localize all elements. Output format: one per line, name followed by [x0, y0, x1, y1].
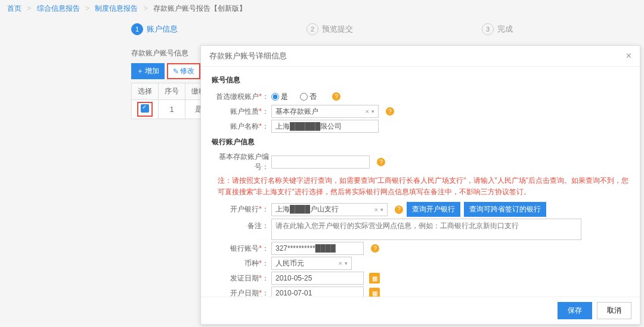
help-icon[interactable]: ?	[371, 244, 379, 253]
open-date-input[interactable]	[271, 286, 364, 297]
save-button[interactable]: 保存	[558, 302, 592, 319]
query-cross-province-button[interactable]: 查询可跨省签订的银行	[464, 202, 546, 217]
section-bank-info: 银行账户信息	[212, 135, 629, 150]
th-seq: 序号	[159, 83, 185, 100]
query-open-bank-button[interactable]: 查询开户银行	[407, 202, 460, 217]
basic-account-no-input[interactable]	[271, 155, 370, 169]
preferred-tax-label: 首选缴税账户	[216, 92, 259, 101]
help-icon[interactable]: ?	[395, 205, 403, 214]
step-1: 1账户信息	[131, 23, 178, 35]
calendar-icon[interactable]: ▦	[369, 273, 380, 284]
currency-select[interactable]: 人民币元×▾	[271, 257, 352, 270]
section-account-info: 账号信息	[212, 73, 629, 88]
breadcrumb: 首页 > 综合信息报告 > 制度信息报告 > 存款账户账号报告【创新版】	[0, 0, 644, 17]
breadcrumb-home[interactable]: 首页	[7, 4, 21, 13]
row-checkbox[interactable]	[141, 104, 149, 113]
step-2-label: 预览提交	[322, 24, 353, 35]
help-icon[interactable]: ?	[386, 107, 394, 116]
account-name-label: 账户名称	[230, 122, 259, 130]
stepper: 1账户信息 2预览提交 3完成	[0, 17, 644, 42]
currency-label: 币种	[244, 259, 259, 267]
issue-date-input[interactable]	[271, 272, 364, 285]
open-bank-select[interactable]: 上海████户山支行×▾	[271, 203, 388, 216]
cancel-button[interactable]: 取消	[597, 302, 631, 319]
detail-modal: 存款账户账号详细信息 × 账号信息 首选缴税账户*： 是 否 ? 账户性质*： …	[200, 45, 640, 325]
bank-account-no-label: 银行账号	[230, 244, 259, 253]
account-nature-select[interactable]: 基本存款账户×▾	[271, 105, 379, 118]
row-seq: 1	[159, 100, 185, 119]
bank-account-no-input[interactable]	[271, 242, 364, 255]
step-3-label: 完成	[497, 24, 513, 35]
breadcrumb-l1[interactable]: 综合信息报告	[37, 4, 80, 13]
add-button[interactable]: ＋增加	[131, 63, 165, 79]
preferred-tax-yes[interactable]: 是	[271, 92, 288, 102]
account-nature-label: 账户性质	[230, 107, 259, 116]
basic-account-no-label: 基本存款账户编号	[219, 152, 269, 171]
step-1-label: 账户信息	[147, 24, 178, 35]
help-icon[interactable]: ?	[332, 92, 340, 101]
close-icon[interactable]: ×	[626, 51, 631, 61]
th-select: 选择	[132, 83, 159, 100]
calendar-icon[interactable]: ▦	[369, 288, 380, 297]
account-name-input[interactable]	[271, 120, 379, 133]
breadcrumb-current: 存款账户账号报告【创新版】	[153, 4, 246, 13]
remark-label: 备注	[247, 222, 262, 230]
breadcrumb-l2[interactable]: 制度信息报告	[95, 4, 138, 13]
open-bank-label: 开户银行	[230, 205, 259, 213]
bank-query-warning: 注：请按照支行名称关键字进行查询，如需要查询"工商银行长春人民广场支行"，请输入…	[212, 174, 629, 200]
step-3: 3完成	[482, 23, 513, 35]
issue-date-label: 发证日期	[230, 274, 259, 282]
open-date-label: 开户日期	[230, 289, 259, 297]
edit-button[interactable]: ✎修改	[167, 63, 200, 79]
remark-textarea[interactable]	[271, 219, 581, 240]
help-icon[interactable]: ?	[377, 158, 385, 166]
preferred-tax-no[interactable]: 否	[300, 92, 317, 102]
modal-title: 存款账户账号详细信息	[209, 51, 287, 61]
step-2: 2预览提交	[306, 23, 353, 35]
